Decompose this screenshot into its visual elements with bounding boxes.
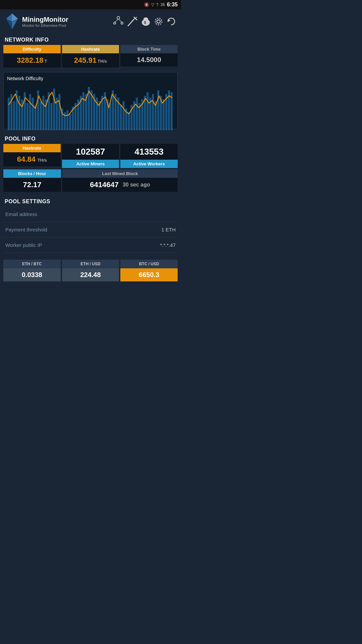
ticker-eth-btc-label: ETH / BTC [3, 260, 61, 268]
svg-line-10 [128, 19, 134, 26]
active-workers-value: 413553 [120, 144, 178, 160]
signal-icon: ▽ [151, 2, 154, 7]
block-time-cell: Block Time 14.5000 [120, 45, 178, 67]
svg-rect-74 [152, 94, 154, 130]
svg-point-18 [155, 18, 162, 25]
last-mined-block-value: 6414647 30 sec ago [62, 178, 178, 192]
svg-rect-24 [18, 96, 20, 130]
svg-rect-22 [13, 101, 15, 130]
gear-icon[interactable] [154, 16, 164, 26]
network-difficulty-chart: Network Difficulty [3, 72, 178, 129]
svg-rect-32 [40, 101, 42, 130]
svg-rect-28 [29, 94, 31, 130]
ticker-btc-usd-value: 6650.3 [120, 268, 178, 281]
logo-text-area: MiningMonitor Monitor for Ethermine Pool [22, 16, 68, 28]
settings-row-threshold[interactable]: Payment threshold 1 ETH [3, 222, 178, 237]
svg-rect-68 [136, 98, 138, 130]
svg-rect-36 [50, 103, 52, 130]
status-bar: 🔇 ▽ ? 36 6:35 [0, 0, 181, 9]
svg-rect-81 [171, 92, 173, 130]
difficulty-cell: Difficulty 3282.18T [3, 45, 61, 67]
hashrate-label: Hashrate [62, 45, 119, 53]
network-chart-icon[interactable] [113, 16, 124, 27]
active-workers-label: Active Workers [120, 160, 178, 168]
settings-email-key: Email address [5, 211, 37, 217]
block-time-ago: 30 sec ago [123, 182, 150, 188]
svg-line-9 [118, 19, 122, 22]
svg-point-5 [117, 16, 120, 19]
wallet-icon[interactable]: $ [141, 16, 151, 27]
svg-rect-27 [26, 103, 28, 130]
logo-area: MiningMonitor Monitor for Ethermine Pool [5, 13, 110, 30]
svg-rect-58 [109, 103, 111, 130]
svg-rect-42 [66, 110, 68, 130]
network-info-title: NETWORK INFO [0, 34, 181, 45]
svg-point-7 [121, 22, 123, 24]
ticker-eth-btc-value: 0.0338 [3, 268, 61, 281]
blocks-hour-label: Blocks / Hour [3, 169, 61, 178]
settings-row-email[interactable]: Email address [3, 207, 178, 222]
pool-info-title: POOL INFO [0, 132, 181, 144]
refresh-icon[interactable] [166, 16, 176, 26]
block-time-value: 14.5000 [120, 53, 178, 66]
hashrate-value: 245.91TH/s [62, 53, 119, 67]
network-info-section: Difficulty 3282.18T Hashrate 245.91TH/s … [0, 45, 181, 71]
svg-rect-15 [145, 17, 147, 19]
svg-rect-65 [128, 112, 130, 130]
pickaxe-icon[interactable] [127, 16, 138, 27]
svg-rect-39 [58, 94, 60, 130]
svg-line-8 [115, 19, 118, 22]
pool-hashrate-value: 64.84 TH/s [3, 152, 61, 166]
active-miners-label: Active Miners [62, 160, 119, 168]
settings-ip-key: Worker public IP [5, 242, 42, 248]
hashrate-cell: Hashrate 245.91TH/s [62, 45, 119, 67]
settings-row-ip[interactable]: Worker public IP *.*.*.47 [3, 237, 178, 253]
block-number: 6414647 [90, 180, 119, 189]
header: MiningMonitor Monitor for Ethermine Pool… [0, 9, 181, 34]
svg-rect-20 [8, 98, 10, 130]
network-metrics-grid: Difficulty 3282.18T Hashrate 245.91TH/s … [3, 45, 178, 67]
mute-icon: 🔇 [144, 2, 149, 7]
svg-rect-43 [69, 114, 71, 130]
pool-top-grid: Hashrate 64.84 TH/s 102587 Active Miners… [3, 144, 178, 168]
active-workers-cell: 413553 Active Workers [120, 144, 178, 168]
svg-rect-29 [32, 98, 34, 130]
active-miners-value: 102587 [62, 144, 119, 160]
app-subtitle: Monitor for Ethermine Pool [22, 23, 68, 28]
svg-point-17 [157, 20, 160, 23]
settings-threshold-val: 1 ETH [161, 227, 176, 232]
pool-bottom-grid: Blocks / Hour 72.17 Last Mined Block 641… [3, 169, 178, 192]
blocks-hour-cell: Blocks / Hour 72.17 [3, 169, 61, 192]
ticker-eth-btc: ETH / BTC 0.0338 [3, 260, 61, 281]
help-icon: ? [156, 2, 159, 7]
pool-hashrate-label: Hashrate [3, 144, 61, 152]
last-mined-block-label: Last Mined Block [62, 169, 178, 178]
last-mined-block-cell: Last Mined Block 6414647 30 sec ago [62, 169, 178, 192]
pool-settings-title: POOL SETTINGS [0, 195, 181, 207]
battery-icon: 36 [161, 2, 165, 7]
price-tickers-section: ETH / BTC 0.0338 ETH / USD 224.48 BTC / … [0, 256, 181, 287]
ticker-eth-usd: ETH / USD 224.48 [62, 260, 119, 281]
ticker-eth-usd-label: ETH / USD [62, 260, 119, 268]
settings-ip-val: *.*.*.47 [160, 242, 176, 248]
ticker-btc-usd-label: BTC / USD [120, 260, 178, 268]
svg-marker-19 [168, 19, 171, 22]
pool-settings-section: Email address Payment threshold 1 ETH Wo… [0, 207, 181, 256]
svg-rect-72 [146, 92, 148, 130]
svg-point-6 [114, 22, 116, 24]
difficulty-value: 3282.18T [3, 53, 61, 67]
pool-info-section: Hashrate 64.84 TH/s 102587 Active Miners… [0, 144, 181, 195]
pool-hashrate-cell: Hashrate 64.84 TH/s [3, 144, 61, 168]
svg-rect-33 [43, 96, 45, 130]
app-name: MiningMonitor [22, 16, 68, 23]
blocks-hour-value: 72.17 [3, 178, 61, 192]
block-time-label: Block Time [120, 45, 178, 53]
status-time: 6:35 [167, 2, 178, 8]
svg-rect-48 [82, 92, 84, 130]
app-logo [5, 13, 19, 30]
svg-rect-63 [123, 101, 125, 130]
ticker-eth-usd-value: 224.48 [62, 268, 119, 281]
svg-rect-37 [53, 89, 55, 130]
chart-svg [7, 83, 174, 130]
settings-threshold-key: Payment threshold [5, 227, 47, 232]
